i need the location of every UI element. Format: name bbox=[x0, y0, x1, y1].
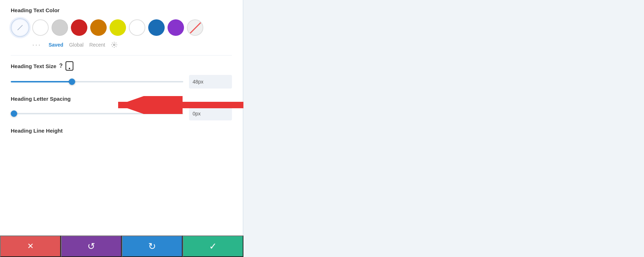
text-size-slider-container bbox=[11, 78, 183, 85]
dots-indicator: ··· bbox=[32, 41, 42, 49]
color-swatch-blue[interactable] bbox=[148, 19, 165, 36]
text-size-slider-row: 48px bbox=[11, 75, 232, 89]
color-swatches-row bbox=[11, 18, 232, 37]
text-size-input[interactable]: 48px bbox=[189, 75, 232, 89]
mobile-dot bbox=[69, 68, 70, 69]
letter-spacing-input[interactable]: 0px bbox=[189, 107, 232, 120]
color-tabs-row: ··· Saved Global Recent bbox=[32, 41, 232, 49]
heading-text-color-label: Heading Text Color bbox=[11, 7, 232, 13]
undo-icon: ↺ bbox=[87, 241, 95, 252]
bottom-toolbar: ✕ ↺ ↻ ✓ bbox=[0, 235, 243, 257]
color-swatch-purple[interactable] bbox=[168, 19, 184, 36]
tab-saved[interactable]: Saved bbox=[49, 42, 63, 48]
right-panel bbox=[243, 0, 644, 257]
color-swatch-white[interactable] bbox=[32, 19, 49, 36]
gear-icon[interactable] bbox=[111, 42, 117, 48]
undo-button[interactable]: ↺ bbox=[61, 235, 122, 257]
heading-letter-spacing-label: Heading Letter Spacing bbox=[11, 96, 232, 102]
text-size-slider[interactable] bbox=[11, 81, 183, 82]
heading-text-size-label: Heading Text Size bbox=[11, 63, 56, 69]
color-swatch-none[interactable] bbox=[187, 19, 203, 36]
strikethrough-line-icon bbox=[187, 20, 203, 36]
color-picker-button[interactable] bbox=[11, 18, 29, 37]
svg-point-0 bbox=[113, 44, 115, 46]
color-swatch-light-gray[interactable] bbox=[52, 19, 68, 36]
heading-text-size-row: Heading Text Size ? bbox=[11, 61, 232, 71]
letter-spacing-slider-container bbox=[11, 110, 183, 117]
color-swatch-yellow[interactable] bbox=[110, 19, 126, 36]
help-question-mark[interactable]: ? bbox=[59, 63, 63, 69]
color-swatch-white2[interactable] bbox=[129, 19, 145, 36]
redo-icon: ↻ bbox=[148, 241, 156, 252]
left-panel: Heading Text Color ··· Saved Global Rece… bbox=[0, 0, 243, 257]
mobile-device-icon[interactable] bbox=[66, 61, 73, 71]
save-icon: ✓ bbox=[209, 241, 217, 252]
letter-spacing-slider-row: 0px bbox=[11, 107, 232, 120]
tab-global[interactable]: Global bbox=[69, 42, 83, 48]
cancel-icon: ✕ bbox=[27, 242, 34, 251]
save-button[interactable]: ✓ bbox=[183, 235, 243, 257]
tab-recent[interactable]: Recent bbox=[89, 42, 105, 48]
picker-needle-icon bbox=[17, 25, 23, 30]
heading-line-height-label: Heading Line Height bbox=[11, 128, 232, 134]
letter-spacing-slider[interactable] bbox=[11, 113, 183, 114]
color-swatch-red[interactable] bbox=[71, 19, 87, 36]
redo-button[interactable]: ↻ bbox=[122, 235, 183, 257]
section-divider bbox=[11, 55, 232, 56]
cancel-button[interactable]: ✕ bbox=[0, 235, 61, 257]
color-swatch-orange[interactable] bbox=[90, 19, 107, 36]
